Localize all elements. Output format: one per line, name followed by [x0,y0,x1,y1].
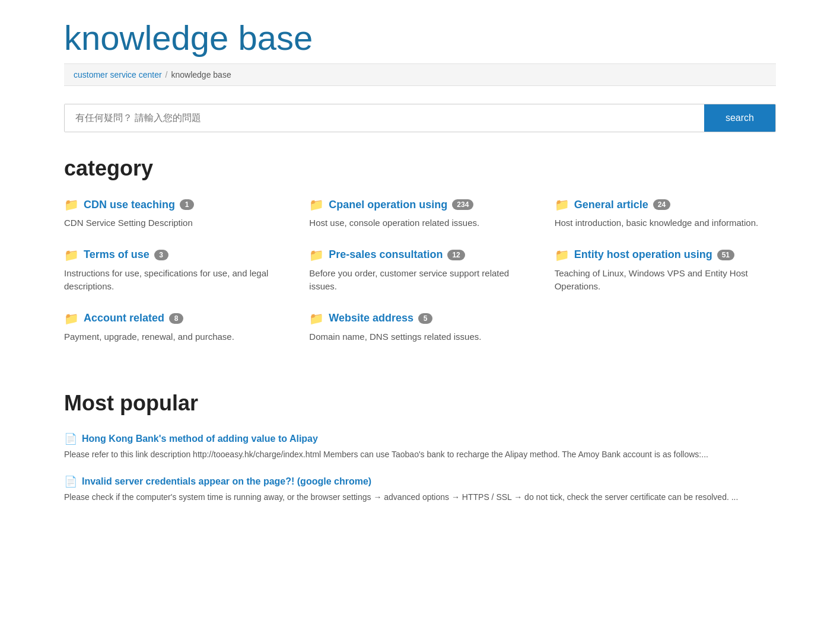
category-section: category 📁CDN use teaching1CDN Service S… [64,156,776,361]
category-link[interactable]: Website address [329,312,413,324]
category-badge: 51 [717,250,734,260]
category-title-row: 📁Terms of use3 [64,248,285,262]
popular-item: 📄Invalid server credentials appear on th… [64,475,776,504]
category-title-row: 📁CDN use teaching1 [64,197,285,212]
popular-title-row: 📄Hong Kong Bank's method of adding value… [64,432,776,445]
category-link[interactable]: General article [574,199,648,211]
category-item: 📁Website address5Domain name, DNS settin… [309,311,530,344]
category-title-row: 📁General article24 [555,197,776,212]
popular-section-title: Most popular [64,391,776,416]
folder-icon: 📁 [309,248,324,262]
category-description: Host use, console operation related issu… [309,216,530,230]
category-title-row: 📁Website address5 [309,311,530,326]
category-badge: 12 [447,250,464,260]
category-link[interactable]: Entity host operation using [574,249,712,261]
category-column-2: 📁General article24Host introduction, bas… [555,197,776,361]
category-badge: 234 [452,199,473,210]
page-title: knowledge base [64,18,776,58]
category-title-row: 📁Cpanel operation using234 [309,197,530,212]
folder-icon: 📁 [309,311,324,326]
category-item: 📁Terms of use3Instructions for use, spec… [64,248,285,294]
category-title-row: 📁Pre-sales consultation12 [309,248,530,262]
category-grid: 📁CDN use teaching1CDN Service Setting De… [64,197,776,361]
category-description: Before you order, customer service suppo… [309,267,530,294]
folder-icon: 📁 [64,311,79,326]
category-badge: 8 [169,313,183,324]
category-item: 📁CDN use teaching1CDN Service Setting De… [64,197,285,230]
breadcrumb-current: knowledge base [171,70,231,79]
category-badge: 1 [180,199,194,210]
folder-icon: 📁 [555,197,569,212]
folder-icon: 📁 [555,248,569,262]
category-item: 📁Entity host operation using51Teaching o… [555,248,776,294]
category-link[interactable]: Terms of use [84,249,149,261]
category-column-1: 📁Cpanel operation using234Host use, cons… [309,197,530,361]
category-item: 📁General article24Host introduction, bas… [555,197,776,230]
category-link[interactable]: Account related [84,312,164,324]
category-item: 📁Cpanel operation using234Host use, cons… [309,197,530,230]
category-description: CDN Service Setting Description [64,216,285,230]
category-badge: 24 [653,199,670,210]
category-badge: 3 [154,250,168,260]
popular-section: Most popular 📄Hong Kong Bank's method of… [64,391,776,504]
breadcrumb-link[interactable]: customer service center [74,70,162,79]
document-icon: 📄 [64,475,77,488]
category-description: Instructions for use, specifications for… [64,267,285,294]
category-column-0: 📁CDN use teaching1CDN Service Setting De… [64,197,285,361]
document-icon: 📄 [64,432,77,445]
popular-description: Please check if the computer's system ti… [64,490,776,504]
popular-description: Please refer to this link description ht… [64,448,776,461]
category-description: Domain name, DNS settings related issues… [309,330,530,344]
search-input[interactable] [65,104,704,132]
category-item: 📁Pre-sales consultation12Before you orde… [309,248,530,294]
category-link[interactable]: Pre-sales consultation [329,249,443,261]
breadcrumb-separator: / [166,70,168,79]
popular-link[interactable]: Invalid server credentials appear on the… [82,476,371,487]
folder-icon: 📁 [64,197,79,212]
category-item: 📁Account related8Payment, upgrade, renew… [64,311,285,344]
search-button[interactable]: search [704,104,775,132]
category-title-row: 📁Entity host operation using51 [555,248,776,262]
category-badge: 5 [418,313,432,324]
popular-title-row: 📄Invalid server credentials appear on th… [64,475,776,488]
popular-list: 📄Hong Kong Bank's method of adding value… [64,432,776,504]
popular-link[interactable]: Hong Kong Bank's method of adding value … [82,434,318,444]
category-section-title: category [64,156,776,181]
breadcrumb: customer service center / knowledge base [64,63,776,86]
search-bar: search [64,104,776,132]
category-description: Payment, upgrade, renewal, and purchase. [64,330,285,344]
category-title-row: 📁Account related8 [64,311,285,326]
category-link[interactable]: Cpanel operation using [329,199,447,211]
popular-item: 📄Hong Kong Bank's method of adding value… [64,432,776,461]
category-link[interactable]: CDN use teaching [84,199,175,211]
category-description: Teaching of Linux, Windows VPS and Entit… [555,267,776,294]
folder-icon: 📁 [64,248,79,262]
category-description: Host introduction, basic knowledge and i… [555,216,776,230]
folder-icon: 📁 [309,197,324,212]
